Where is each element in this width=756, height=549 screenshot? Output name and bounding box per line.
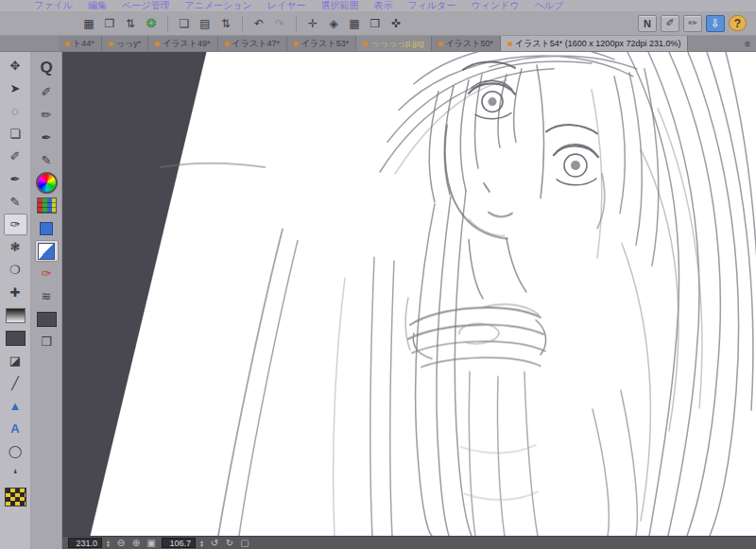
status-icon-glyph: ▣: [146, 538, 155, 548]
zoom-icon-group: ⊖ ⊕ ▣: [114, 538, 158, 548]
document-tab[interactable]: イラスト47*: [218, 36, 287, 51]
document-tab[interactable]: イラスト50*: [432, 36, 501, 51]
toolbar-button-icon: ⇩: [711, 17, 720, 30]
rotation-stepper[interactable]: ▲▼: [199, 540, 204, 547]
line-tool[interactable]: ╱: [4, 372, 27, 394]
dark-brush-tool[interactable]: [4, 327, 27, 349]
color-set[interactable]: [35, 195, 59, 216]
eyedropper-tool[interactable]: ✐: [4, 146, 27, 167]
tool-icon: ✎: [10, 195, 21, 209]
tool-icon: ✒: [10, 172, 21, 186]
document-tab[interactable]: イラスト49*: [148, 36, 217, 51]
document-tab[interactable]: っっy*: [102, 36, 148, 51]
tab-list-button[interactable]: ≡: [739, 36, 756, 51]
move-tool[interactable]: ➤: [4, 77, 27, 99]
tool-icon: ➤: [10, 81, 21, 95]
text-tool[interactable]: A: [4, 418, 27, 439]
watercolor-tool[interactable]: ❃: [4, 236, 27, 258]
pencil-tool[interactable]: ✎: [4, 191, 27, 213]
animation-swirl-icon[interactable]: ❂: [142, 15, 161, 32]
subtool-draw-icon[interactable]: ✐: [35, 81, 59, 103]
gray-panel[interactable]: [35, 308, 59, 330]
subtool-marker-icon[interactable]: ✎: [35, 149, 59, 171]
menu-item[interactable]: フィルター: [408, 0, 456, 11]
subtool-pencil-icon[interactable]: ✏: [35, 104, 59, 126]
tab-label: っっっっp.jpg: [370, 38, 423, 50]
zoom-in-icon[interactable]: ⊕: [129, 538, 143, 548]
hand-tool[interactable]: ✥: [4, 55, 27, 77]
help-button[interactable]: ?: [729, 15, 747, 31]
menu-item[interactable]: レイヤー: [267, 0, 306, 11]
menu-item[interactable]: ページ管理: [122, 0, 169, 11]
menu-item[interactable]: 編集: [88, 0, 107, 11]
undo-icon[interactable]: ↶: [249, 15, 268, 32]
toolbar-button-icon: ✐: [665, 17, 674, 29]
transparent-color-swatch[interactable]: [4, 486, 27, 507]
fit-screen-icon[interactable]: ▣: [145, 538, 158, 548]
gradient-tool[interactable]: [4, 304, 27, 326]
tool-icon: ❏: [9, 127, 21, 141]
lasso-tool[interactable]: ◌: [4, 100, 27, 122]
document-tab[interactable]: っっっっp.jpg: [356, 36, 431, 51]
pen-tool[interactable]: ✒: [4, 168, 27, 190]
balloon-tool[interactable]: ❛: [4, 463, 27, 485]
rotate-cw-icon[interactable]: ↻: [223, 538, 236, 548]
document-tab[interactable]: イラスト54* (1600 x 1200px 72dpi 231.0%): [501, 36, 688, 51]
toolbar-button-icon: ▦: [83, 17, 94, 30]
tone-tool[interactable]: ≋: [35, 285, 59, 307]
blend-tool[interactable]: ❍: [4, 259, 27, 281]
down-arrow-button[interactable]: ⇩: [706, 15, 725, 32]
status-icon-glyph: ⊖: [117, 538, 125, 548]
redo-icon[interactable]: ↷: [270, 15, 289, 32]
rotation-value-field[interactable]: 106.7: [162, 538, 196, 548]
cursor-tool[interactable]: ▲: [4, 395, 27, 417]
menu-item[interactable]: ファイル: [34, 0, 73, 11]
stroke-correction-icon[interactable]: ✐: [661, 15, 679, 32]
red-brush-tool[interactable]: ✑: [35, 263, 59, 284]
eraser-tool[interactable]: ◪: [4, 350, 27, 371]
rotate-ccw-icon[interactable]: ↺: [208, 538, 221, 548]
document-tab[interactable]: イラスト53*: [287, 36, 356, 51]
tool-icon: ✐: [10, 149, 21, 163]
pen-pressure-icon[interactable]: N: [638, 15, 657, 32]
document-tab[interactable]: ト44*: [59, 36, 102, 51]
menu-item[interactable]: ウィンドウ: [471, 0, 519, 11]
figure-tool[interactable]: ◯: [4, 440, 27, 462]
zoom-out-icon[interactable]: ⊖: [114, 538, 128, 548]
new-page-icon[interactable]: ❏: [175, 15, 194, 32]
page-nav-stepper-icon[interactable]: ⇅: [216, 15, 235, 32]
modified-dot-icon: [438, 42, 443, 46]
workspace-grid-icon[interactable]: ▦: [79, 15, 98, 32]
zoom-value-field[interactable]: 231.0: [68, 538, 102, 548]
open-folder-icon[interactable]: ▤: [196, 15, 215, 32]
material-panel-icon[interactable]: ❒: [35, 331, 59, 352]
page-manager-icon[interactable]: ❐: [100, 15, 119, 32]
menu-item[interactable]: ヘルプ: [535, 0, 564, 11]
zoom-stepper[interactable]: ▲▼: [106, 540, 111, 547]
snap-crosshair-icon[interactable]: ✛: [303, 15, 322, 32]
color-history[interactable]: [35, 217, 59, 239]
menu-item[interactable]: 選択範囲: [321, 0, 359, 11]
page-stepper-icon[interactable]: ⇅: [121, 15, 140, 32]
stroke-correction2-icon[interactable]: ✏: [683, 15, 702, 32]
canvas-viewport[interactable]: [62, 52, 756, 536]
modified-dot-icon: [65, 42, 70, 46]
reset-view-icon[interactable]: ▢: [238, 538, 251, 548]
toolbar-button-icon: ⇅: [126, 17, 135, 30]
drawing-color-swatch[interactable]: [35, 240, 59, 262]
material-icon[interactable]: ❒: [366, 15, 385, 32]
zoom-tool[interactable]: Q: [35, 55, 59, 80]
frame-tool[interactable]: ❏: [4, 123, 27, 145]
tab-label: イラスト49*: [163, 38, 210, 50]
tool-icon: A: [10, 421, 19, 436]
color-wheel[interactable]: [35, 172, 59, 194]
menu-item[interactable]: アニメーション: [184, 0, 251, 11]
transform-icon[interactable]: ✜: [387, 15, 405, 32]
tool-palette: ✥ ➤ ◌ ❏ ✐ ✒: [0, 52, 31, 549]
brush-tool[interactable]: ✑: [4, 214, 27, 235]
subtool-pen-icon[interactable]: ✒: [35, 127, 59, 148]
snap-grid-icon[interactable]: ▦: [345, 15, 364, 32]
snap-ruler-icon[interactable]: ◈: [324, 15, 343, 32]
decoration-tool[interactable]: ✚: [4, 282, 27, 303]
menu-item[interactable]: 表示: [374, 0, 393, 11]
